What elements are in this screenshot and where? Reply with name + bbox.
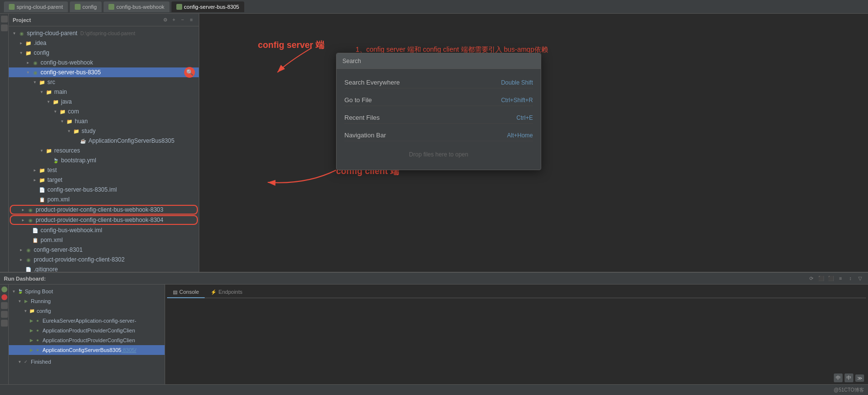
title-bar: spring-cloud-parent config config-bus-we… xyxy=(0,0,868,14)
left-strip-btn-2[interactable] xyxy=(1,24,8,31)
tool-btn-5[interactable]: ↕ xyxy=(847,275,854,283)
settings-icon[interactable]: ⚙ xyxy=(162,17,169,23)
tree-item-study[interactable]: ▾ 📁 study xyxy=(9,126,199,136)
tree-label-config-bus-iml: config-bus-webhook.iml xyxy=(41,227,102,234)
search-row-recent: Recent Files Ctrl+E xyxy=(344,112,533,124)
tree-item-target[interactable]: ▸ 📁 target xyxy=(9,175,199,185)
tree-item-config[interactable]: ▾ 📁 config xyxy=(9,48,199,58)
arrow-app-config-server: ▶ xyxy=(28,348,34,352)
overlay-btn-3[interactable]: ≫ xyxy=(855,374,864,382)
search-icon-button[interactable]: 🔍 xyxy=(184,67,195,78)
search-popup-header: Search xyxy=(337,53,541,69)
tree-item-main[interactable]: ▾ 📁 main xyxy=(9,87,199,97)
arrow-root: ▾ xyxy=(11,31,18,36)
folder-icon-study: 📁 xyxy=(72,128,80,134)
tree-item-product-8304[interactable]: ▸ ◉ product-provider-config-client-bus-w… xyxy=(10,215,198,225)
tree-item-bootstrap[interactable]: 🍃 bootstrap.yml xyxy=(9,155,199,165)
tab-config-server-bus-8305[interactable]: config-server-bus-8305 xyxy=(171,1,244,12)
run-item-eureka[interactable]: ▶ ● EurekaServerApplication-config-serve… xyxy=(9,316,165,326)
project-panel: Project ⚙ + − ≡ ▾ ◉ spring-cloud-parent … xyxy=(9,14,199,272)
tree-item-iml[interactable]: 📄 config-server-bus-8305.iml xyxy=(9,185,199,195)
tab-config[interactable]: config xyxy=(70,1,102,12)
arrow-app-product-1: ▶ xyxy=(28,328,34,333)
tab-config-bus-webhook[interactable]: config-bus-webhook xyxy=(104,1,169,12)
tree-item-root[interactable]: ▾ ◉ spring-cloud-parent D:\git\spring-cl… xyxy=(9,28,199,38)
content-area: config server 端 config client 端 1、config… xyxy=(199,14,868,272)
tree-item-product-8303[interactable]: ▸ ◉ product-provider-config-client-bus-w… xyxy=(10,205,198,215)
status-text-right: @51CTO博客 xyxy=(834,387,864,394)
arrow-config-8301: ▸ xyxy=(18,247,24,252)
tool-btn-3[interactable]: ⬛ xyxy=(827,275,835,283)
overlay-btn-2[interactable]: 中 xyxy=(845,373,853,382)
arrow-product-8304: ▸ xyxy=(20,218,26,222)
tree-item-com[interactable]: ▾ 📁 com xyxy=(9,107,199,116)
tab-spring-cloud-parent[interactable]: spring-cloud-parent xyxy=(4,1,68,12)
tree-item-idea[interactable]: ▸ 📁 .idea xyxy=(9,38,199,48)
folder-icon-target: 📁 xyxy=(38,176,46,183)
bottom-strip-btn-3[interactable] xyxy=(1,320,8,327)
tree-item-resources[interactable]: ▾ 📁 resources xyxy=(9,146,199,155)
tree-item-huan[interactable]: ▾ 📁 huan xyxy=(9,116,199,126)
tree-label-root: spring-cloud-parent xyxy=(27,30,77,37)
search-popup-content: Search Everywhere Double Shift Go to Fil… xyxy=(337,69,541,170)
bottom-strip-btn-2[interactable] xyxy=(1,311,8,318)
tool-btn-filter[interactable]: ▽ xyxy=(856,275,864,283)
main-layout: Project ⚙ + − ≡ ▾ ◉ spring-cloud-parent … xyxy=(0,14,868,272)
run-icon-eureka: ● xyxy=(34,317,41,324)
module-icon-8301: ◉ xyxy=(24,246,32,253)
run-label-finished: Finished xyxy=(31,359,51,365)
arrow-com: ▾ xyxy=(52,109,59,114)
run-label-springboot: Spring Boot xyxy=(25,288,53,294)
run-label-config-server: ApplicationConfigServerBus8305 xyxy=(42,347,121,353)
arrow-config-folder: ▾ xyxy=(22,308,28,313)
project-tree: ▾ ◉ spring-cloud-parent D:\git\spring-cl… xyxy=(9,26,199,272)
bottom-strip-btn-1[interactable] xyxy=(1,302,8,309)
tree-item-pom-root[interactable]: 📋 pom.xml xyxy=(9,235,199,245)
tree-item-config-server-8305[interactable]: ▾ ◉ config-server-bus-8305 🔍 xyxy=(9,67,199,77)
arrow-test: ▸ xyxy=(31,168,38,173)
run-port-link[interactable]: :8305/ xyxy=(121,347,136,353)
tree-item-config-bus-webhook[interactable]: ▸ ◉ config-bus-webhook xyxy=(9,58,199,67)
arrow-config-bus: ▸ xyxy=(24,60,31,65)
tree-item-java[interactable]: ▾ 📁 java xyxy=(9,97,199,107)
run-green-btn[interactable] xyxy=(1,286,7,292)
run-item-app-config-server[interactable]: ▶ ● ApplicationConfigServerBus8305 :8305… xyxy=(9,345,165,355)
overlay-btn-1[interactable]: 中 xyxy=(834,373,843,382)
tree-item-pom-config[interactable]: 📋 pom.xml xyxy=(9,195,199,204)
arrow-resources: ▾ xyxy=(38,148,45,153)
tool-btn-1[interactable]: ⟳ xyxy=(807,275,815,283)
run-item-app-product-1[interactable]: ▶ ● ApplicationProductProviderConfigClie… xyxy=(9,326,165,335)
tree-item-gitignore[interactable]: 📄 .gitignore xyxy=(9,264,199,272)
console-tab-endpoints[interactable]: ⚡ Endpoints xyxy=(205,286,248,298)
tool-btn-4[interactable]: ≡ xyxy=(837,275,845,283)
search-shortcut-navbar: Alt+Home xyxy=(507,132,533,139)
minus-icon[interactable]: − xyxy=(179,17,186,23)
tree-label-iml: config-server-bus-8305.iml xyxy=(47,186,117,193)
console-tab-label: Console xyxy=(179,289,199,295)
arrow-java: ▾ xyxy=(45,99,52,104)
tool-btn-2[interactable]: ⬛ xyxy=(817,275,825,283)
search-shortcut-everywhere: Double Shift xyxy=(501,79,533,86)
plus-icon[interactable]: + xyxy=(170,17,177,23)
endpoints-icon: ⚡ xyxy=(211,289,216,295)
console-tab-console[interactable]: ▤ Console xyxy=(167,286,205,298)
run-red-btn[interactable] xyxy=(1,294,7,300)
run-item-running[interactable]: ▾ ▶ Running xyxy=(9,296,165,306)
run-icon-product-2: ● xyxy=(34,337,41,344)
run-item-config-folder[interactable]: ▾ 📁 config xyxy=(9,306,165,316)
left-strip-btn-1[interactable] xyxy=(1,16,8,22)
gear-icon[interactable]: ≡ xyxy=(188,17,195,23)
run-item-app-product-2[interactable]: ▶ ● ApplicationProductProviderConfigClie… xyxy=(9,335,165,345)
bottom-panel: Run Dashboard: ⟳ ⬛ ⬛ ≡ ↕ ▽ ▾ 🍃 Spring xyxy=(0,272,868,384)
tree-item-app-config[interactable]: ☕ ApplicationConfigServerBus8305 xyxy=(9,136,199,146)
tree-label-product-8302: product-provider-config-client-8302 xyxy=(34,256,125,263)
iml-icon-config-bus: 📄 xyxy=(31,227,39,234)
tree-item-test[interactable]: ▸ 📁 test xyxy=(9,165,199,175)
run-item-springboot[interactable]: ▾ 🍃 Spring Boot xyxy=(9,286,165,296)
tree-item-product-8302[interactable]: ▸ ◉ product-provider-config-client-8302 xyxy=(9,255,199,264)
bottom-layout: ▾ 🍃 Spring Boot ▾ ▶ Running ▾ 📁 config xyxy=(0,285,868,384)
tab-label: config-server-bus-8305 xyxy=(184,4,239,10)
tree-item-config-bus-iml[interactable]: 📄 config-bus-webhook.iml xyxy=(9,225,199,235)
tree-item-src[interactable]: ▾ 📁 src xyxy=(9,77,199,87)
tree-item-config-server-8301[interactable]: ▸ ◉ config-server-8301 xyxy=(9,245,199,255)
